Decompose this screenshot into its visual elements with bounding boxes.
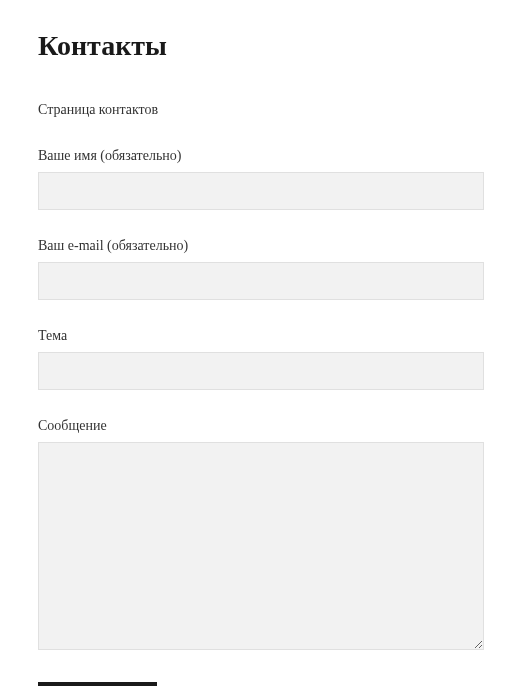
name-label: Ваше имя (обязательно) (38, 148, 484, 164)
email-label: Ваш e-mail (обязательно) (38, 238, 484, 254)
contact-form: Ваше имя (обязательно) Ваш e-mail (обяза… (38, 148, 484, 686)
email-group: Ваш e-mail (обязательно) (38, 238, 484, 300)
submit-button[interactable]: ОТПРАВИТЬ (38, 682, 157, 686)
email-input[interactable] (38, 262, 484, 300)
subject-group: Тема (38, 328, 484, 390)
subject-label: Тема (38, 328, 484, 344)
message-textarea[interactable] (38, 442, 484, 650)
name-input[interactable] (38, 172, 484, 210)
name-group: Ваше имя (обязательно) (38, 148, 484, 210)
submit-group: ОТПРАВИТЬ (38, 682, 484, 686)
page-title: Контакты (38, 30, 484, 62)
message-group: Сообщение (38, 418, 484, 654)
page-description: Страница контактов (38, 102, 484, 118)
message-label: Сообщение (38, 418, 484, 434)
subject-input[interactable] (38, 352, 484, 390)
